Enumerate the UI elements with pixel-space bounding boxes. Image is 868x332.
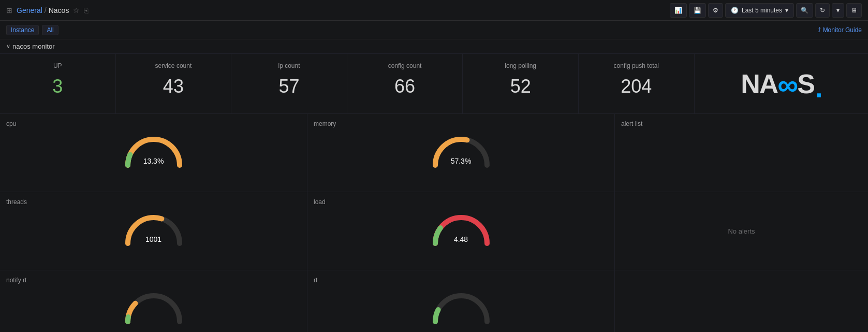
threads-title: threads [6,198,27,206]
metric-value-ip-count: 57 [278,76,299,97]
chevron-down-icon: ▾ [785,7,788,14]
metric-card-up: UP 3 [0,54,116,113]
alert-panel-2: No alerts [615,192,868,270]
time-range-button[interactable]: 🕐 Last 5 minutes ▾ [725,3,794,18]
threads-value: 1001 [145,235,161,243]
refresh-chevron-button[interactable]: ▾ [832,3,844,18]
nacos-text-s: S [797,68,814,99]
metric-label-config-push-total: config push total [614,62,659,69]
notify-rt-gauge [123,288,185,322]
metric-card-service-count: service count 43 [116,54,232,113]
metric-label-service-count: service count [155,62,192,69]
nacos-infinity-icon: ∞ [777,68,797,102]
share-icon[interactable]: ⎘ [84,6,88,15]
all-filter[interactable]: All [42,25,58,35]
load-value: 4.48 [454,235,468,243]
rt-gauge [430,288,492,322]
metric-value-config-push-total: 204 [621,76,652,97]
metric-label-up: UP [53,62,62,69]
refresh-icon: ↻ [820,7,825,14]
star-icon[interactable]: ☆ [73,6,80,15]
metric-card-config-count: config count 66 [347,54,463,113]
main-content: UP 3 service count 43 ip count 57 config… [0,54,868,332]
notify-rt-panel: notify rt [0,270,307,332]
gear-icon: ⚙ [713,7,718,14]
metric-value-long-polling: 52 [510,76,531,97]
metrics-row: UP 3 service count 43 ip count 57 config… [0,54,868,114]
zoom-out-icon: 🔍 [801,7,808,14]
monitor-guide-label: Monitor Guide [823,26,862,34]
memory-value: 57.3% [451,157,472,165]
metric-label-long-polling: long polling [505,62,536,69]
section-header: ∨ nacos monitor [0,39,868,54]
rt-title: rt [314,277,317,284]
tv-icon: 🖥 [851,7,857,14]
notify-rt-title: notify rt [6,277,26,284]
threads-gauge: 1001 [123,210,185,243]
metric-value-service-count: 43 [163,76,184,97]
nacos-text-na: NA [741,68,777,99]
alert-panel-3 [615,270,868,332]
cpu-gauge: 13.3% [123,132,185,165]
nacos-dot: . [815,73,821,104]
cpu-value: 13.3% [143,157,164,165]
top-nav: ⊞ General / Nacos ☆ ⎘ 📊 💾 ⚙ 🕐 Last 5 min… [0,0,868,21]
metric-label-ip-count: ip count [278,62,300,69]
section-title: nacos monitor [12,42,55,50]
clock-icon: 🕐 [731,7,739,14]
memory-gauge: 57.3% [430,132,492,165]
refresh-button[interactable]: ↻ [815,3,830,18]
memory-panel: memory 57.3% [307,114,615,192]
load-title: load [314,198,326,206]
save-icon: 💾 [694,7,701,14]
tv-button[interactable]: 🖥 [846,3,862,18]
monitor-guide-button[interactable]: ⤴ Monitor Guide [818,26,862,34]
external-link-icon: ⤴ [818,26,821,34]
settings-button[interactable]: ⚙ [708,3,723,18]
breadcrumb: General / Nacos [17,6,69,15]
alert-empty-text: No alerts [728,227,755,235]
nav-actions: 📊 💾 ⚙ 🕐 Last 5 minutes ▾ 🔍 ↻ ▾ 🖥 [670,3,862,18]
load-gauge: 4.48 [430,210,492,243]
gauge-row-2: threads 1001 load [0,192,868,270]
save-button[interactable]: 💾 [689,3,706,18]
metric-card-ip-count: ip count 57 [231,54,347,113]
grid-icon: ⊞ [6,6,12,15]
filter-bar: Instance All ⤴ Monitor Guide [0,21,868,39]
metric-card-long-polling: long polling 52 [463,54,579,113]
cpu-title: cpu [6,120,16,127]
nacos-logo: NA ∞ S . [741,67,821,100]
cpu-panel: cpu 13.3% [0,114,307,192]
breadcrumb-general[interactable]: General [17,6,42,15]
breadcrumb-nacos: Nacos [49,6,69,15]
threads-panel: threads 1001 [0,192,307,270]
metric-value-up: 3 [52,76,63,97]
instance-filter[interactable]: Instance [6,25,39,35]
zoom-out-button[interactable]: 🔍 [796,3,813,18]
add-panel-button[interactable]: 📊 [670,3,687,18]
metric-label-config-count: config count [388,62,422,69]
memory-title: memory [314,120,336,127]
load-panel: load 4.48 [307,192,615,270]
bar-chart-icon: 📊 [674,7,682,14]
time-range-label: Last 5 minutes [742,7,782,14]
section-chevron-icon[interactable]: ∨ [6,43,10,50]
metric-value-config-count: 66 [394,76,415,97]
alert-panel: alert list [615,114,868,192]
alert-title: alert list [621,120,862,127]
gauge-row-1: cpu 13.3% memory [0,114,868,192]
rt-panel: rt [307,270,615,332]
nacos-logo-card: NA ∞ S . [695,54,868,113]
gauge-row-3: notify rt rt [0,270,868,332]
breadcrumb-sep: / [45,6,47,15]
metric-card-config-push-total: config push total 204 [579,54,695,113]
